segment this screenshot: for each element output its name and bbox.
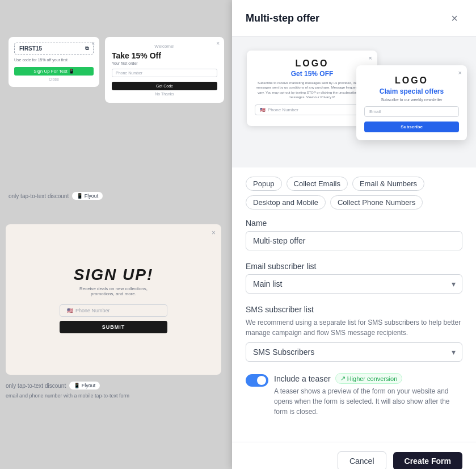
higher-conversion-badge: ↗ Higher conversion [335, 373, 403, 384]
bg-card3-sublabel: email and phone number with a mobile tap… [6, 390, 129, 400]
preview-section: × LOGO Get 15% OFF Subscribe to receive … [232, 37, 476, 168]
bg-card1-close-icon: × [91, 40, 95, 47]
tags-row: Popup Collect Emails Email & Numbers Des… [232, 168, 476, 219]
email-list-label: Email subscriber list [246, 262, 462, 271]
bg-card3-phone: 🇺🇸Phone Number [60, 304, 167, 317]
sms-list-label: SMS subscriber list [246, 305, 462, 314]
bg-card3-label: only tap-to-text discount [6, 383, 66, 389]
email-list-select-wrapper: Main list ▾ [246, 274, 462, 294]
form-section: Name Email subscriber list Main list ▾ S… [232, 219, 476, 442]
bg-card3-title: SIGN UP! [74, 266, 153, 284]
create-form-button[interactable]: Create Form [393, 452, 462, 469]
panel-header: Multi-step offer × [232, 0, 476, 37]
name-input[interactable] [246, 231, 462, 250]
bg-card1-coupon: FIRST15 ⧉ [14, 43, 94, 55]
bg-card2-close-icon: × [216, 40, 220, 47]
preview-popup1-subtitle: Get 15% OFF [255, 70, 369, 78]
tag-collect-emails: Collect Emails [287, 177, 348, 191]
bg-card-2: × Welcome! Take 15% Off Your first order… [105, 37, 224, 103]
bg-card3-subtitle: Receive deals on new collections, promot… [68, 286, 159, 296]
conversion-icon: ↗ [340, 375, 346, 382]
bg-card2-phone: Phone Number [112, 69, 217, 77]
bg-card3-close-icon: × [212, 229, 216, 237]
conversion-label: Higher conversion [347, 375, 398, 382]
tag-popup: Popup [246, 177, 282, 191]
bg-card1-link: Close [14, 77, 94, 81]
bg-card1-text: Use code for 15% off your first [14, 58, 94, 62]
sms-list-helper: We recommend using a separate list for S… [246, 317, 462, 338]
bg-card1-device: 📱 Flyout [72, 192, 103, 200]
sms-list-select-wrapper: SMS Subscribers ▾ [246, 342, 462, 362]
close-button[interactable]: × [446, 10, 462, 26]
background-preview: × FIRST15 ⧉ Use code for 15% off your fi… [0, 0, 235, 469]
preview-popup2-title: Claim special offers [364, 87, 459, 95]
bg-card-3: × SIGN UP! Receive deals on new collecti… [6, 224, 221, 375]
name-field-group: Name [246, 219, 462, 250]
name-label: Name [246, 219, 462, 228]
bg-card3-device: 📱 Flyout [69, 382, 100, 390]
preview-popup2-email: Email [364, 106, 459, 117]
bg-card2-btn: Get Code [112, 82, 217, 90]
teaser-label-row: Include a teaser ↗ Higher conversion [274, 373, 462, 384]
bg-card2-link: No Thanks [112, 92, 217, 96]
preview-popup2-logo: LOGO [364, 76, 459, 86]
bg-card2-subtitle: Your first order [112, 61, 217, 65]
tag-email-numbers: Email & Numbers [352, 177, 424, 191]
preview-popup1-close-icon: × [369, 55, 372, 61]
email-list-field-group: Email subscriber list Main list ▾ [246, 262, 462, 294]
preview-popup-2: × LOGO Claim special offers Subscribe to… [356, 65, 467, 140]
bg-card3-btn: SUBMIT [60, 321, 167, 333]
bg-card-1: × FIRST15 ⧉ Use code for 15% off your fi… [9, 37, 99, 87]
teaser-toggle[interactable] [246, 374, 268, 387]
teaser-content: Include a teaser ↗ Higher conversion A t… [274, 373, 462, 417]
bg-card2-welcome: Welcome! [112, 44, 217, 49]
bg-card3-labels: only tap-to-text discount 📱 Flyout [6, 382, 100, 390]
panel-footer: Cancel Create Form [232, 442, 476, 469]
preview-popup1-logo: LOGO [255, 58, 369, 69]
preview-popup2-close-icon: × [458, 69, 462, 76]
preview-popup2-subscribe-btn: Subscribe [364, 122, 459, 132]
bg-card1-label: only tap-to-text discount [9, 193, 69, 199]
tag-phone-numbers: Collect Phone Numbers [330, 195, 423, 210]
teaser-description: A teaser shows a preview of the form on … [274, 386, 462, 417]
tag-desktop-mobile: Desktop and Mobile [246, 195, 326, 210]
multi-step-panel: Multi-step offer × × LOGO Get 15% OFF Su… [232, 0, 476, 469]
bg-card1-btn: Sign Up For Text 📱 [14, 67, 94, 76]
teaser-toggle-row: Include a teaser ↗ Higher conversion A t… [246, 373, 462, 417]
sms-list-select[interactable]: SMS Subscribers [246, 342, 462, 362]
bg-card2-title: Take 15% Off [112, 51, 217, 60]
preview-popup2-subtitle: Subscribe to our weekly newsletter [364, 98, 459, 102]
teaser-label: Include a teaser [274, 374, 331, 383]
bg-card1-labels: only tap-to-text discount 📱 Flyout [9, 192, 103, 200]
sms-list-field-group: SMS subscriber list We recommend using a… [246, 305, 462, 362]
preview-popup1-phone: 🇺🇸Phone Number [255, 104, 369, 115]
cancel-button[interactable]: Cancel [338, 451, 386, 469]
preview-popup1-body: Subscribe to receive marketing messages … [255, 81, 369, 100]
panel-title: Multi-step offer [246, 12, 319, 24]
email-list-select[interactable]: Main list [246, 274, 462, 294]
